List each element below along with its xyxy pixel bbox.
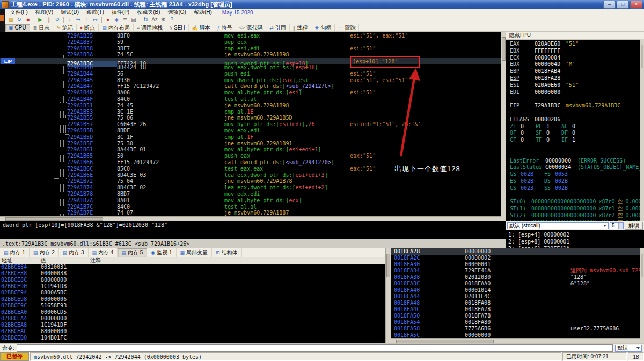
st-register-line[interactable]: ST(0)00000000000000000000x87r0空0.00000 <box>510 198 640 205</box>
last-status-line[interactable]: LastStatusC0000034(STATUS_OBJECT_NAME_NO… <box>510 164 640 171</box>
stack-row[interactable]: 0018FA34729EF41A返回到 msvbvm60.sub_729EF01… <box>391 268 640 274</box>
menu-item-0[interactable]: 文件(F) <box>6 9 32 16</box>
tab-symbols[interactable]: ƒ符号 <box>214 24 236 31</box>
register-line[interactable]: EDI00000000 <box>510 89 640 96</box>
stack-row[interactable]: 0018FA5C00000000 <box>391 332 640 338</box>
disasm-row[interactable]: 729A1B458930mov dword ptr ds:[eax],esiea… <box>0 77 501 84</box>
segment-line[interactable]: CS0023SS002B <box>510 185 640 192</box>
tab-notes[interactable]: ✎笔记 <box>53 24 77 31</box>
command-input[interactable] <box>17 344 613 352</box>
memory-row[interactable]: 02BBCE8800000038 <box>0 270 385 277</box>
disasm-row[interactable]: 729A1B748D4C3E 02lea ecx,dword ptr ds:[e… <box>0 185 501 191</box>
disasm-row[interactable]: 729A1B5174 45je msvbvm60.729A1B98 <box>0 102 501 109</box>
tab-seh[interactable]: §SEH <box>166 24 189 31</box>
disasm-row[interactable]: 729A1B3CFF7424 10push dword ptr ss:[esp+… <box>0 58 501 64</box>
stack-panel[interactable]: 0018FA28000000000018FA2C000000020018FA30… <box>391 248 640 343</box>
register-line[interactable]: ESI020A0E60"51" <box>510 82 640 89</box>
memory-row[interactable]: 02BBCE948800A5BC <box>0 290 385 296</box>
memory-row[interactable]: 02BBCE9C51658F93 <box>0 303 385 309</box>
disasm-row[interactable]: 729A1B5D3C 1Fcmp al,1F <box>0 134 501 141</box>
menu-item-3[interactable]: 跟踪(T) <box>83 9 108 16</box>
disasm-row[interactable]: 729A1B3759pop ecx <box>0 39 501 46</box>
stack-row[interactable]: 0018FA3C0018FAA0&"128" <box>391 281 640 287</box>
close-button[interactable]: × <box>630 1 642 9</box>
memory-row[interactable]: 02BBCEAC88000000 <box>0 328 385 335</box>
flags-line[interactable]: CF0TF0IF1 <box>510 137 640 144</box>
segment-line[interactable]: GS002BFS0053 <box>510 171 640 178</box>
tab-memory-4[interactable]: ▤内存 4 <box>89 248 118 257</box>
dump-scrollbar[interactable] <box>385 248 391 343</box>
help-button[interactable]: ? <box>167 16 176 24</box>
tab-memory-2[interactable]: ▤内存 2 <box>30 248 59 257</box>
disasm-row[interactable]: 729A1B7E74 07je msvbvm60.729A1B87 <box>0 210 501 216</box>
disasm-row[interactable]: 729A1B5575 06jne msvbvm60.729A1B5D <box>0 115 501 121</box>
address-column-header[interactable]: 地址 <box>0 257 41 264</box>
stack-row[interactable]: 0018FA3000000001 <box>391 261 640 268</box>
stack-row[interactable]: 0018FA4402011F4C <box>391 293 640 300</box>
memory-row[interactable]: 02BBCE8400320031 <box>0 264 385 270</box>
flags-line[interactable]: OF0SF0DF0 <box>510 130 640 137</box>
value-column-header[interactable]: 值 <box>41 257 90 264</box>
tab-watch-1[interactable]: ◉监视 1 <box>147 248 176 257</box>
step-over-button[interactable]: ↪ <box>74 16 83 24</box>
step-into-button[interactable]: ↓ <box>65 16 74 24</box>
menu-item-7[interactable]: 帮助(H) <box>190 9 216 16</box>
stack-row[interactable]: 0018FA2800000000 <box>391 248 640 255</box>
memory-row[interactable]: 02BBCEA400000000 <box>0 315 385 322</box>
case-button[interactable]: Az <box>150 16 159 24</box>
tab-memory-1[interactable]: ▤内存 1 <box>0 248 30 257</box>
tab-memory-map[interactable]: ▤内存布局 <box>99 24 134 31</box>
tab-source[interactable]: <>源代码 <box>236 24 267 31</box>
tab-struct[interactable]: ⊞结构体 <box>212 248 242 257</box>
flags-line[interactable]: ZF0PF1AF0 <box>510 123 640 130</box>
stack-row[interactable]: 0018FA2C00000002 <box>391 255 640 261</box>
last-error-line[interactable]: LastError00000000(ERROR_SUCCESS) <box>510 158 640 165</box>
tab-memory-5[interactable]: ▤内存 5 <box>118 248 147 257</box>
disassembly-scrollbar[interactable] <box>501 32 506 221</box>
disasm-row[interactable]: 729A1B533C 1Ecmp al,1E <box>0 109 501 115</box>
stack-row[interactable]: 0018FA4000001014 <box>391 287 640 293</box>
tab-call-stack[interactable]: ≡调用堆栈 <box>134 24 166 31</box>
disasm-row[interactable]: 729A1B358BF0mov esi,eaxesi:"51", eax:"51… <box>0 33 501 39</box>
menu-item-6[interactable]: 选项(O) <box>164 9 189 16</box>
tab-trace[interactable]: ⋯跟踪 <box>335 24 359 31</box>
stack-row[interactable]: 0018FA3802012030"128" <box>391 274 640 281</box>
tab-breakpoints[interactable]: ●断点 <box>77 24 99 31</box>
register-line[interactable]: ECX00000004 <box>510 55 640 62</box>
register-line[interactable]: EFLAGS00000206 <box>510 116 640 123</box>
menu-item-5[interactable]: 收藏夹(B) <box>133 9 164 16</box>
memory-row[interactable]: 02BBCEB0104B01FC <box>0 335 385 341</box>
registers-scrollbar[interactable] <box>640 39 644 221</box>
settings-button[interactable]: ✱ <box>159 16 167 24</box>
step-out-button[interactable]: ↑ <box>83 16 91 24</box>
disasm-row[interactable]: 729A1B4456push esiesi:"51" <box>0 71 501 77</box>
run-button[interactable]: ▶ <box>36 16 45 24</box>
tab-locals[interactable]: ▦局部变量 <box>177 248 213 257</box>
stack-row[interactable]: 0018FA4C0018FA78 <box>391 306 640 313</box>
restart-button[interactable]: ↻ <box>15 16 24 24</box>
disassembly-hscrollbar[interactable] <box>0 216 501 221</box>
disasm-row[interactable]: 729A1B4F84C0test al,al <box>0 96 501 102</box>
disasm-row[interactable]: 729A1B408B4424 18mov eax,dword ptr ss:[e… <box>0 64 501 71</box>
memory-row[interactable]: 02BBCEA000006CD5 <box>0 309 385 315</box>
disasm-row[interactable]: 729A1B3A74 5Cje msvbvm60.729A1B98 <box>0 51 501 58</box>
comment-column-header[interactable]: 注释 <box>90 257 101 263</box>
disasm-row[interactable]: 729A1B7C84C0test al,al <box>0 204 501 210</box>
pause-button[interactable]: ∥ <box>45 16 53 24</box>
arg-count-spinner[interactable]: 5 <box>610 222 624 229</box>
stack-hscrollbar[interactable] <box>391 338 640 343</box>
command-profile-select[interactable]: 默认 <box>615 345 642 352</box>
fx-button[interactable]: fx <box>142 16 150 24</box>
tab-script[interactable]: ✍脚本 <box>189 24 214 31</box>
disasm-row[interactable]: 729A1B383BF7cmp esi,ediesi:"51" <box>0 46 501 52</box>
minimize-button[interactable]: – <box>603 1 616 9</box>
tab-cpu[interactable]: ▣CPU <box>5 24 30 31</box>
st-register-line[interactable]: ST(2)00000000000000000000x87r2空0.00000 <box>510 212 640 219</box>
stack-row[interactable]: 0018FA540018FA80 <box>391 319 640 326</box>
register-line[interactable]: EBP0018FAB4 <box>510 68 640 75</box>
disasm-row[interactable]: 729A1B4D8A06mov al,byte ptr ds:[esi]esi:… <box>0 90 501 96</box>
tab-memory-3[interactable]: ▤内存 3 <box>59 248 89 257</box>
tab-references[interactable]: ⇄引用 <box>266 24 290 31</box>
disasm-row[interactable]: 729A1B47FF15 7C129472call dword ptr ds:[… <box>0 83 501 90</box>
register-line[interactable]: EDX0000004D'M' <box>510 61 640 68</box>
